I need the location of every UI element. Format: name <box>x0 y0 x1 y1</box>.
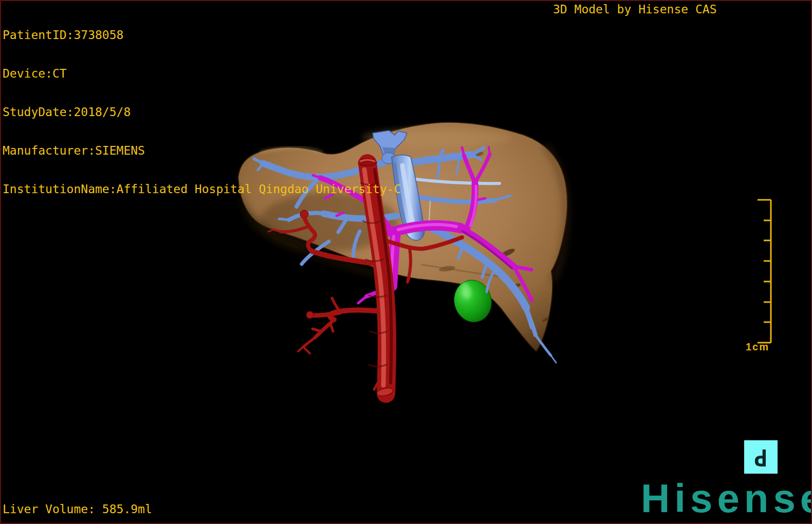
patient-id-line: PatientID:3738058 <box>3 29 401 42</box>
manufacturer-line: Manufacturer:SIEMENS <box>3 144 401 157</box>
scale-bar <box>758 200 771 343</box>
scale-bar-label: 1cm <box>741 341 774 353</box>
orientation-marker: P <box>744 440 778 474</box>
hisense-logo: Hisense <box>641 478 812 518</box>
liver-volume-readout: Liver Volume: 585.9ml <box>3 503 152 516</box>
institution-line: InstitutionName:Affiliated Hospital Qing… <box>3 183 401 196</box>
device-line: Device:CT <box>3 67 401 80</box>
watermark-text: 3D Model by Hisense CAS <box>553 3 717 16</box>
orientation-marker-letter: P <box>754 446 768 469</box>
patient-info-overlay: PatientID:3738058 Device:CT StudyDate:20… <box>3 3 401 209</box>
study-date-line: StudyDate:2018/5/8 <box>3 106 401 119</box>
